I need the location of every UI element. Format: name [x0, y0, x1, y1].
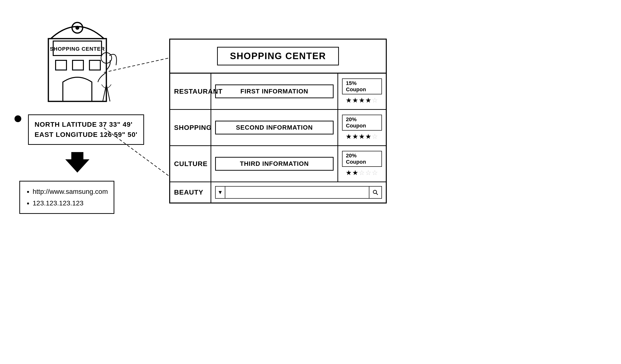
- search-button[interactable]: [369, 186, 382, 199]
- down-arrow: [19, 152, 135, 174]
- info-shopping: SECOND INFORMATION: [211, 110, 337, 146]
- left-panel: SHOPPING CENTER: [19, 10, 135, 214]
- svg-text:SHOPPING CENTER: SHOPPING CENTER: [50, 46, 105, 52]
- building-illustration: SHOPPING CENTER: [32, 10, 123, 117]
- stars-culture: ★★☆☆☆: [346, 169, 378, 177]
- category-beauty: BEAUTY: [170, 182, 211, 203]
- links-box: http://www.samsung.com 123.123.123.123: [19, 181, 114, 214]
- info-name-shopping: SECOND INFORMATION: [215, 121, 334, 134]
- category-culture: CULTURE: [170, 146, 211, 182]
- info-restaurant: FIRST INFORMATION: [211, 74, 337, 110]
- search-input[interactable]: [225, 186, 369, 199]
- info-name-culture: THIRD INFORMATION: [215, 157, 334, 171]
- search-dropdown[interactable]: ▼: [215, 186, 225, 199]
- info-culture: THIRD INFORMATION: [211, 146, 337, 182]
- search-icon: [373, 190, 378, 195]
- coupon-badge-culture: 20% Coupon: [342, 151, 382, 167]
- coupon-culture: 20% Coupon ★★☆☆☆: [337, 146, 386, 182]
- svg-rect-7: [56, 60, 67, 70]
- info-card: SHOPPING CENTER RESTAURANT FIRST INFORMA…: [169, 39, 387, 204]
- category-restaurant: RESTAURANT: [170, 74, 211, 110]
- location-dot: [15, 115, 21, 122]
- building-svg: SHOPPING CENTER: [32, 10, 123, 116]
- stars-restaurant: ★★★★☆: [346, 96, 378, 104]
- info-card-header: SHOPPING CENTER: [170, 40, 386, 74]
- link-item-1: http://www.samsung.com: [33, 186, 108, 197]
- longitude-text: EAST LONGITUDE 126 59" 50': [34, 131, 138, 138]
- coordinates-box: NORTH LATITUDE 37 33" 49' EAST LONGITUDE…: [28, 114, 144, 145]
- stars-shopping: ★★★★☆: [346, 132, 378, 141]
- coupon-restaurant: 15% Coupon ★★★★☆: [337, 74, 386, 110]
- svg-rect-8: [72, 60, 83, 70]
- coupon-shopping: 20% Coupon ★★★★☆: [337, 110, 386, 146]
- svg-point-3: [75, 26, 79, 30]
- info-card-body: RESTAURANT FIRST INFORMATION 15% Coupon …: [170, 74, 386, 203]
- search-row: ▼: [211, 182, 386, 203]
- svg-rect-9: [89, 60, 100, 70]
- svg-line-15: [376, 193, 378, 195]
- latitude-text: NORTH LATITUDE 37 33" 49': [34, 121, 133, 128]
- link-item-2: 123.123.123.123: [33, 197, 108, 209]
- links-list: http://www.samsung.com 123.123.123.123: [26, 186, 108, 209]
- coupon-badge-restaurant: 15% Coupon: [342, 79, 382, 94]
- coupon-badge-shopping: 20% Coupon: [342, 115, 382, 131]
- svg-point-14: [373, 190, 377, 194]
- info-name-restaurant: FIRST INFORMATION: [215, 84, 334, 98]
- category-shopping: SHOPPING: [170, 110, 211, 146]
- info-card-title: SHOPPING CENTER: [217, 47, 339, 65]
